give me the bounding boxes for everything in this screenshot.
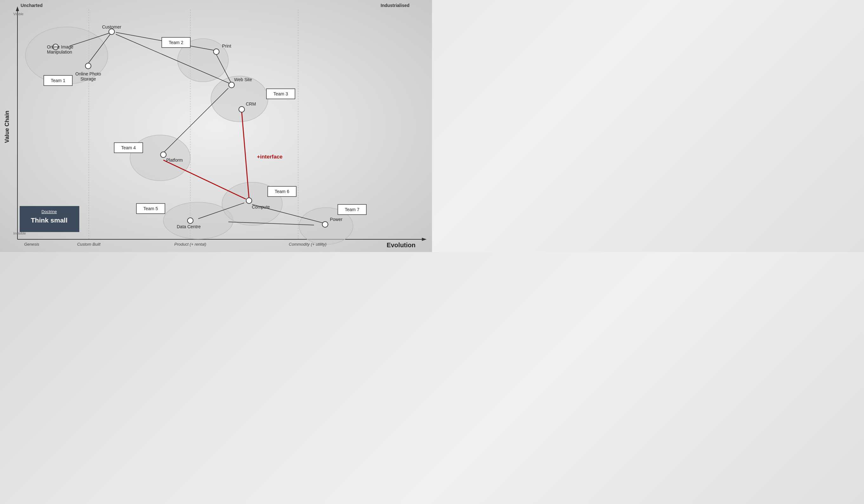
x-commodity: Commodity (+ utility) xyxy=(289,242,327,247)
team3-label: Team 3 xyxy=(273,91,288,96)
x-genesis: Genesis xyxy=(24,242,39,247)
x-product: Product (+ rental) xyxy=(175,242,206,247)
label-platform: Platform xyxy=(166,158,183,163)
label-online-image2: Manipulation xyxy=(47,49,72,54)
label-compute: Compute xyxy=(252,205,270,210)
label-website: Web Site xyxy=(234,77,252,82)
node-power xyxy=(322,222,328,227)
y-axis-label: Value Chain xyxy=(4,111,10,143)
corner-industrialised: Industrialised xyxy=(381,3,409,8)
node-compute xyxy=(246,198,252,204)
doctrine-text: Think small xyxy=(31,217,68,224)
team2-label: Team 2 xyxy=(169,40,183,45)
doctrine-label: Doctrine xyxy=(41,209,57,214)
team1-label: Team 1 xyxy=(51,78,65,83)
label-crm: CRM xyxy=(246,101,256,107)
label-data-centre: Data Centre xyxy=(177,224,201,229)
node-crm xyxy=(239,107,244,112)
node-print xyxy=(214,49,219,54)
team7-label: Team 7 xyxy=(345,207,359,212)
label-print: Print xyxy=(222,44,231,49)
node-platform xyxy=(160,152,166,158)
interface-label: +interface xyxy=(257,154,283,160)
x-axis-label: Evolution xyxy=(387,242,416,248)
corner-uncharted: Uncharted xyxy=(21,3,43,8)
team5-label: Team 5 xyxy=(143,206,158,211)
team4-label: Team 4 xyxy=(121,145,136,150)
label-online-photo2: Storage xyxy=(80,76,96,82)
node-customer xyxy=(109,29,115,35)
chart-area: Customer Online Image Manipulation Onlin… xyxy=(0,0,432,252)
label-power: Power xyxy=(330,217,343,222)
node-website xyxy=(229,82,235,88)
label-online-photo: Online Photo xyxy=(75,71,101,76)
svg-point-10 xyxy=(211,76,268,122)
node-online-photo xyxy=(85,63,91,69)
label-online-image: Online Image xyxy=(47,45,73,49)
node-data-centre xyxy=(188,218,193,223)
team6-label: Team 6 xyxy=(275,189,289,194)
x-custom: Custom Built xyxy=(77,242,101,247)
label-customer: Customer xyxy=(102,24,121,29)
side-visible: Visible xyxy=(13,12,23,16)
